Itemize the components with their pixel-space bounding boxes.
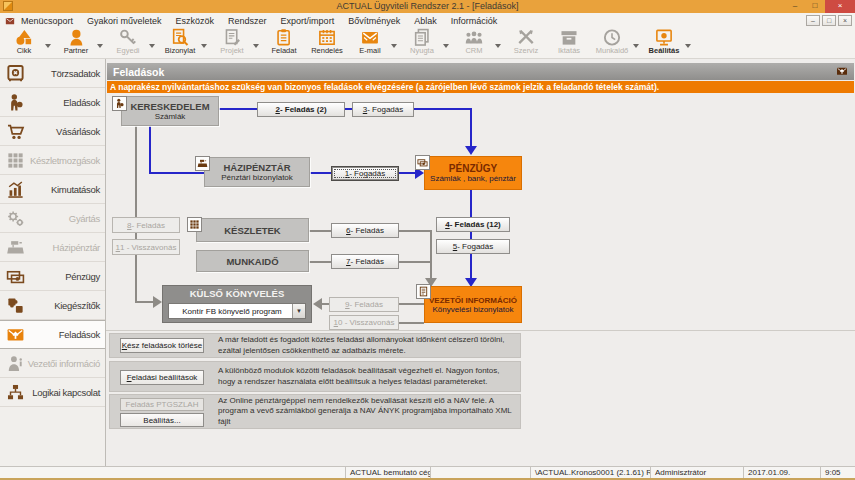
action-description: A különböző modulok közötti feladások be… (218, 362, 512, 391)
sidebar-item-eladások[interactable]: Eladások (0, 88, 105, 117)
toolbar-button-iktatás: Iktatás (549, 28, 589, 55)
ptgszlah-button: Feladás PTGSZLAH (120, 398, 204, 411)
page-title: Feladások (113, 66, 164, 78)
accounting-program-select[interactable]: Kontír FB könyvelő program ▼ (168, 303, 306, 319)
flow-button-2-feladas[interactable]: 2 - Feladás (2) (257, 102, 345, 117)
cashregister-icon (195, 156, 210, 171)
delete-finished-tasks-button[interactable]: Kész feladások törlése (120, 338, 204, 353)
flow-button-11-visszavonas: 11 - Visszavonás (112, 239, 180, 255)
flow-connector (135, 126, 137, 303)
node-title: PÉNZÜGY (449, 163, 497, 174)
toolbar-button-nyugta: Nyugta (402, 28, 451, 55)
node-title: MUNKAIDŐ (226, 256, 278, 267)
task-settings-button[interactable]: Feladási beállítások (120, 370, 204, 385)
sidebar-item-vásárlások[interactable]: Vásárlások (0, 117, 105, 146)
safe-icon (6, 64, 25, 83)
menu-item-ablak[interactable]: Ablak (414, 16, 437, 26)
toolbar-button-bizonylat[interactable]: Bizonylat (160, 28, 209, 55)
toolbar-button-egyedi: Egyedi (108, 28, 157, 55)
receipt-icon (411, 28, 433, 47)
service-icon (515, 28, 537, 47)
dropdown-arrow-icon[interactable] (45, 44, 51, 48)
chevron-down-icon[interactable]: ▼ (292, 304, 305, 318)
dropdown-arrow-icon[interactable] (149, 44, 155, 48)
dropdown-arrow-icon[interactable] (685, 44, 691, 48)
addons-icon (6, 296, 25, 315)
partner-icon (65, 28, 87, 47)
dropdown-arrow-icon[interactable] (391, 44, 397, 48)
action-description: A már feladott és fogadott köztes feladá… (218, 334, 512, 357)
flow-button-6-feladas[interactable]: 6 - Feladás (331, 223, 399, 238)
dropdown-arrow-icon[interactable] (495, 44, 501, 48)
toolbar-button-beállítás[interactable]: Beállítás (644, 28, 693, 55)
dropdown-arrow-icon[interactable] (97, 44, 103, 48)
cashregister-icon (6, 238, 25, 257)
menu-item-menücsoport[interactable]: Menücsoport (21, 16, 73, 26)
sidebar-item-logikai-kapcsolat[interactable]: Logikai kapcsolat (0, 378, 105, 407)
menu-logo-icon (4, 16, 16, 26)
menu-item-export-import[interactable]: Export/import (281, 16, 335, 26)
flow-button-3-fogadas[interactable]: 3 - Fogadás (352, 102, 414, 117)
action-row-delete-tasks: Kész feladások törlése A már feladott és… (109, 333, 521, 358)
menu-item-rendszer[interactable]: Rendszer (228, 16, 267, 26)
mdi-window-controls: – □ × (806, 15, 852, 26)
toolbar-label: Rendelés (311, 46, 343, 55)
menu-item-eszközök[interactable]: Eszközök (176, 16, 215, 26)
close-button[interactable]: × (825, 0, 855, 13)
node-title: KÉSZLETEK (224, 225, 280, 236)
node-title: KERESKEDELEM (130, 101, 209, 112)
toolbar-button-partner[interactable]: Partner (56, 28, 105, 55)
management-icon (6, 354, 25, 373)
toolbar-button-crm: CRM (454, 28, 503, 55)
sidebar-item-kimutatások[interactable]: Kimutatások (0, 175, 105, 204)
flow-button-1-fogadas[interactable]: 1 - Fogadás (331, 166, 399, 181)
sidebar-item-gyártás: Gyártás (0, 204, 105, 233)
flow-connector (399, 230, 431, 232)
sidebar-item-label: Kiegészítők (25, 300, 100, 311)
app-window: ACTUAL Ügyviteli Rendszer 2.1 - [Feladás… (0, 0, 855, 480)
sidebar-item-törzsadatok[interactable]: Törzsadatok (0, 59, 105, 88)
sidebar-item-label: Készletmozgások (25, 155, 100, 166)
article-icon (13, 28, 35, 47)
mdi-restore-button[interactable]: □ (822, 15, 836, 26)
production-icon (6, 209, 25, 228)
dropdown-arrow-icon[interactable] (201, 44, 207, 48)
sidebar-item-pénzügy[interactable]: Pénzügy (0, 262, 105, 291)
toolbar-label: Egyedi (117, 46, 140, 55)
ptgszlah-settings-button[interactable]: Beállítás... (120, 413, 204, 427)
toolbar: CikkPartnerEgyediBizonylatProjektFeladat… (0, 28, 855, 59)
sidebar: TörzsadatokEladásokVásárlásokKészletmozg… (0, 59, 106, 466)
sidebar-item-label: Vásárlások (25, 126, 100, 137)
node-subtitle: Könyvelési bizonylatok (433, 305, 514, 314)
sales-icon (6, 93, 25, 112)
toolbar-button-feladat[interactable]: Feladat (264, 28, 304, 55)
toolbar-button-rendelés[interactable]: Rendelés (307, 28, 347, 55)
flow-connector (310, 172, 331, 174)
flow-button-5-fogadas[interactable]: 5 - Fogadás (436, 239, 510, 254)
flow-diagram: KERESKEDELEM Számlák HÁZIPÉNZTÁR Pénztár… (106, 93, 855, 331)
flow-button-4-feladas[interactable]: 4 - Feladás (12) (436, 217, 510, 232)
flow-button-7-feladas[interactable]: 7 - Feladás (331, 254, 399, 269)
mdi-minimize-button[interactable]: – (806, 15, 820, 26)
task-icon (273, 28, 295, 47)
flow-connector (149, 172, 204, 174)
mdi-close-button[interactable]: × (838, 15, 852, 26)
toolbar-button-e-mail[interactable]: E-mail (350, 28, 399, 55)
menu-item-bővítmények[interactable]: Bővítmények (348, 16, 400, 26)
restore-button[interactable]: □ (805, 0, 825, 13)
dropdown-arrow-icon[interactable] (443, 44, 449, 48)
sidebar-item-feladások[interactable]: Feladások (0, 320, 105, 349)
order-icon (316, 28, 338, 47)
flow-node-penzugy: PÉNZÜGY Számlák , bank, pénztár (424, 156, 522, 190)
menu-item-gyakori-műveletek[interactable]: Gyakori műveletek (87, 16, 162, 26)
archive-icon (558, 28, 580, 47)
dropdown-arrow-icon[interactable] (633, 44, 639, 48)
minimize-button[interactable]: – (785, 0, 805, 13)
ledger-icon (416, 284, 431, 299)
sidebar-item-kiegészítők[interactable]: Kiegészítők (0, 291, 105, 320)
toolbar-button-projekt: Projekt (212, 28, 261, 55)
menu-item-információk[interactable]: Információk (451, 16, 498, 26)
toolbar-button-cikk[interactable]: Cikk (4, 28, 53, 55)
dropdown-arrow-icon[interactable] (253, 44, 259, 48)
action-row-task-settings: Feladási beállítások A különböző modulok… (109, 361, 521, 392)
